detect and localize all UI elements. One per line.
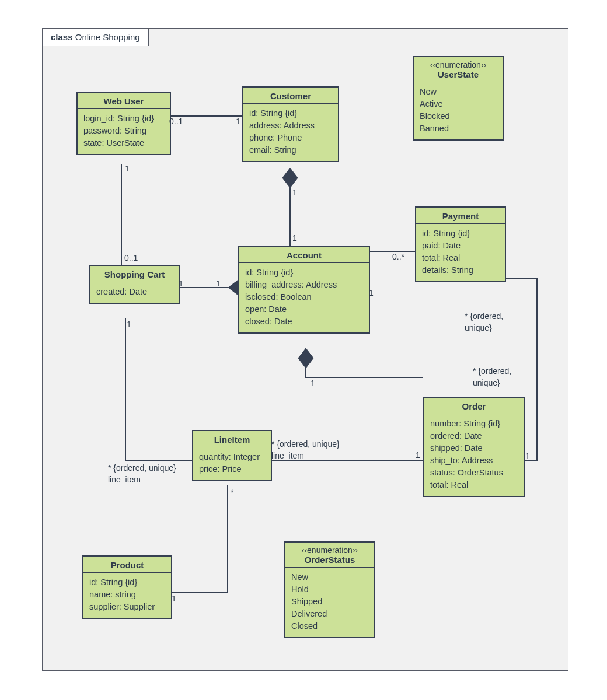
class-title: Product xyxy=(86,560,169,570)
mult-label: 0..1 xyxy=(124,253,138,263)
class-customer: Customer id: String {id} address: Addres… xyxy=(242,86,339,162)
class-title: UserState xyxy=(416,69,500,79)
mult-label: 1 xyxy=(216,279,221,289)
attr: created: Date xyxy=(96,286,173,298)
attr: state: UserState xyxy=(83,137,164,149)
mult-label: * {ordered, unique} xyxy=(108,463,176,473)
role-label: line_item xyxy=(271,451,304,461)
attr: ship_to: Address xyxy=(430,454,518,467)
class-title: LineItem xyxy=(196,435,268,444)
mult-label: 1 xyxy=(179,279,183,289)
class-product: Product id: String {id} name: string sup… xyxy=(82,555,172,619)
mult-label: 1 xyxy=(416,450,420,460)
attr: Closed xyxy=(291,620,368,632)
attr: login_id: String {id} xyxy=(83,113,164,125)
attr: billing_address: Address xyxy=(245,279,363,291)
mult-label: * {ordered, unique} xyxy=(271,439,340,449)
mult-label: * {ordered, xyxy=(473,366,511,376)
attr: phone: Phone xyxy=(249,132,332,144)
attr: address: Address xyxy=(249,120,332,132)
attr: id: String {id} xyxy=(89,576,165,589)
class-body: New Active Blocked Banned xyxy=(414,82,503,139)
attr: isclosed: Boolean xyxy=(245,291,363,303)
frame-kind: class xyxy=(51,32,73,42)
mult-label: 1 xyxy=(369,288,374,298)
class-payment: Payment id: String {id} paid: Date total… xyxy=(415,206,506,282)
class-body: id: String {id} address: Address phone: … xyxy=(243,104,338,161)
attr: Hold xyxy=(291,583,368,596)
class-body: id: String {id} paid: Date total: Real d… xyxy=(416,224,505,281)
attr: New xyxy=(420,86,497,98)
mult-label: * xyxy=(231,488,233,498)
mult-label: 1 xyxy=(125,164,130,174)
attr: quantity: Integer xyxy=(199,451,265,463)
enum-orderstatus: ‹‹enumeration›› OrderStatus New Hold Shi… xyxy=(284,541,375,638)
attr: Active xyxy=(420,98,497,110)
attr: id: String {id} xyxy=(422,228,499,240)
class-title: Payment xyxy=(418,211,503,221)
attr: status: OrderStatus xyxy=(430,467,518,479)
attr: shipped: Date xyxy=(430,442,518,454)
enum-userstate: ‹‹enumeration›› UserState New Active Blo… xyxy=(413,56,504,141)
attr: price: Price xyxy=(199,463,265,475)
class-title: Order xyxy=(427,401,521,411)
attr: password: String xyxy=(83,125,164,137)
class-web-user: Web User login_id: String {id} password:… xyxy=(76,92,171,155)
class-shopping-cart: Shopping Cart created: Date xyxy=(89,265,180,304)
attr: supplier: Supplier xyxy=(89,601,165,613)
attr: name: string xyxy=(89,589,165,601)
canvas: class Online Shopping Web User login_id:… xyxy=(0,0,607,700)
attr: paid: Date xyxy=(422,240,499,252)
class-body: login_id: String {id} password: String s… xyxy=(78,109,170,154)
stereotype: ‹‹enumeration›› xyxy=(416,61,500,69)
attr: Banned xyxy=(420,123,497,135)
role-label: line_item xyxy=(108,475,141,485)
mult-label: * {ordered, xyxy=(465,312,503,321)
attr: total: Real xyxy=(422,252,499,264)
mult-label: 1 xyxy=(172,594,176,604)
class-body: id: String {id} billing_address: Address… xyxy=(239,263,369,332)
class-title: OrderStatus xyxy=(288,555,372,565)
attr: number: String {id} xyxy=(430,418,518,430)
class-body: id: String {id} name: string supplier: S… xyxy=(83,573,171,618)
mult-label: 0..* xyxy=(392,252,404,262)
class-body: New Hold Shipped Delivered Closed xyxy=(285,568,374,637)
class-title: Shopping Cart xyxy=(93,270,176,279)
class-body: quantity: Integer price: Price xyxy=(193,447,271,480)
mult-label: 1 xyxy=(236,117,240,127)
attr: Shipped xyxy=(291,596,368,608)
attr: Delivered xyxy=(291,608,368,620)
mult-label: 1 xyxy=(127,320,131,330)
class-lineitem: LineItem quantity: Integer price: Price xyxy=(192,430,272,481)
attr: total: Real xyxy=(430,479,518,491)
stereotype: ‹‹enumeration›› xyxy=(288,546,372,555)
attr: id: String {id} xyxy=(245,267,363,279)
mult-label: 1 xyxy=(292,233,297,243)
mult-label: unique} xyxy=(465,323,492,333)
class-title: Web User xyxy=(80,96,168,106)
attr: New xyxy=(291,571,368,583)
attr: open: Date xyxy=(245,303,363,316)
attr: ordered: Date xyxy=(430,430,518,442)
frame-title: class Online Shopping xyxy=(42,28,149,46)
attr: email: String xyxy=(249,144,332,156)
frame-name: Online Shopping xyxy=(75,32,140,42)
mult-label: 0..1 xyxy=(169,117,183,127)
class-body: number: String {id} ordered: Date shippe… xyxy=(424,414,524,496)
mult-label: unique} xyxy=(473,378,500,388)
class-body: created: Date xyxy=(90,282,179,303)
mult-label: 1 xyxy=(311,379,315,388)
class-order: Order number: String {id} ordered: Date … xyxy=(423,397,525,497)
attr: closed: Date xyxy=(245,316,363,328)
class-title: Account xyxy=(242,250,367,260)
attr: id: String {id} xyxy=(249,107,332,120)
attr: details: String xyxy=(422,264,499,276)
class-account: Account id: String {id} billing_address:… xyxy=(238,246,370,334)
class-title: Customer xyxy=(246,91,336,101)
mult-label: 1 xyxy=(525,452,530,461)
mult-label: 1 xyxy=(292,188,297,198)
attr: Blocked xyxy=(420,110,497,123)
